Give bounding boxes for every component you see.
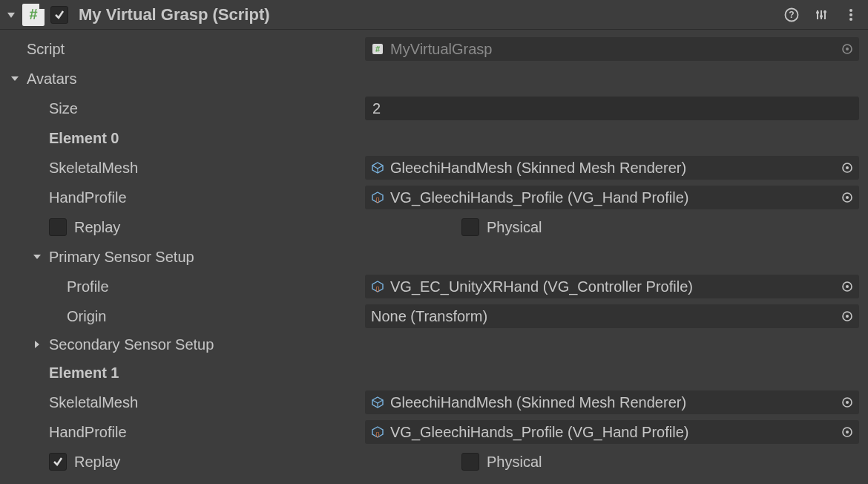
size-label: Size — [49, 100, 78, 117]
primary-origin-value: None (Transform) — [371, 308, 834, 325]
element0-skeletalmesh-row: SkeletalMesh GleechiHandMesh (Skinned Me… — [0, 153, 868, 183]
element1-physical-checkbox[interactable] — [461, 453, 479, 471]
element1-title: Element 1 — [49, 364, 119, 382]
element1-skeletalmesh-field[interactable]: GleechiHandMesh (Skinned Mesh Renderer) — [365, 390, 859, 414]
presets-icon[interactable] — [813, 7, 829, 23]
chevron-down-icon — [9, 73, 21, 85]
component-enabled-checkbox[interactable] — [50, 6, 68, 24]
secondary-sensor-label: Secondary Sensor Setup — [49, 336, 214, 353]
svg-marker-25 — [33, 255, 41, 259]
element0-replay-checkbox[interactable] — [49, 218, 67, 236]
element0-flags-row: Replay Physical — [0, 212, 868, 242]
svg-point-8 — [823, 10, 826, 13]
skeletalmesh-label: SkeletalMesh — [49, 394, 138, 411]
chevron-right-icon — [31, 339, 43, 350]
avatars-size-row: Size — [0, 94, 868, 123]
mesh-icon — [371, 396, 384, 409]
element1-handprofile-field[interactable]: {} VG_GleechiHands_Profile (VG_Hand Prof… — [365, 420, 859, 444]
svg-text:#: # — [375, 45, 380, 53]
component-title: My Virtual Grasp (Script) — [79, 5, 270, 24]
chevron-down-icon — [31, 251, 43, 263]
element1-header: Element 1 — [0, 358, 868, 387]
element0-title: Element 0 — [49, 130, 119, 147]
element1-handprofile-row: HandProfile {} VG_GleechiHands_Profile (… — [0, 417, 868, 447]
mesh-icon — [371, 161, 384, 174]
avatars-size-input[interactable] — [365, 97, 859, 120]
primary-profile-field[interactable]: {} VG_EC_UnityXRHand (VG_Controller Prof… — [365, 275, 859, 298]
element0-physical-checkbox[interactable] — [461, 218, 479, 236]
element0-handprofile-row: HandProfile {} VG_GleechiHands_Profile (… — [0, 183, 868, 212]
secondary-sensor-foldout[interactable]: Secondary Sensor Setup — [0, 331, 868, 358]
svg-point-40 — [846, 431, 849, 434]
help-icon[interactable]: ? — [783, 7, 800, 23]
primary-origin-row: Origin None (Transform) — [0, 301, 868, 331]
object-picker-icon[interactable] — [840, 190, 855, 205]
svg-text:{}: {} — [375, 196, 380, 203]
physical-label: Physical — [487, 454, 542, 471]
csharp-icon: # — [371, 42, 384, 56]
component-foldout-caret[interactable] — [6, 10, 16, 20]
object-picker-icon[interactable] — [840, 279, 855, 294]
element1-replay-checkbox[interactable] — [49, 453, 67, 471]
object-picker-icon[interactable] — [840, 42, 855, 56]
avatars-label: Avatars — [27, 71, 76, 88]
profile-label: Profile — [67, 278, 109, 295]
svg-point-11 — [849, 18, 852, 21]
scriptable-object-icon: {} — [371, 280, 384, 293]
svg-point-10 — [849, 13, 852, 16]
svg-point-31 — [846, 315, 849, 318]
replay-label: Replay — [74, 454, 120, 471]
handprofile-label: HandProfile — [49, 189, 127, 206]
script-label: Script — [27, 41, 65, 58]
element0-handprofile-field[interactable]: {} VG_GleechiHands_Profile (VG_Hand Prof… — [365, 186, 859, 209]
svg-point-36 — [846, 401, 849, 404]
script-row: Script # MyVirtualGrasp — [0, 34, 868, 64]
object-picker-icon[interactable] — [840, 395, 855, 410]
element1-flags-row: Replay Physical — [0, 447, 868, 477]
svg-point-24 — [846, 196, 849, 199]
element1-skeletalmesh-value: GleechiHandMesh (Skinned Mesh Renderer) — [390, 394, 834, 411]
element0-header: Element 0 — [0, 123, 868, 153]
object-picker-icon[interactable] — [840, 309, 855, 324]
primary-sensor-foldout[interactable]: Primary Sensor Setup — [0, 242, 868, 272]
script-value: MyVirtualGrasp — [390, 41, 834, 58]
svg-point-9 — [849, 9, 852, 12]
svg-marker-32 — [35, 341, 39, 348]
svg-marker-0 — [7, 13, 15, 18]
element0-handprofile-value: VG_GleechiHands_Profile (VG_Hand Profile… — [390, 189, 834, 206]
script-object-field: # MyVirtualGrasp — [365, 37, 859, 61]
scriptable-object-icon: {} — [371, 191, 384, 204]
avatars-foldout[interactable]: Avatars — [0, 64, 868, 94]
svg-text:?: ? — [789, 10, 794, 20]
svg-point-29 — [846, 285, 849, 288]
element0-skeletalmesh-value: GleechiHandMesh (Skinned Mesh Renderer) — [390, 160, 834, 177]
primary-origin-field[interactable]: None (Transform) — [365, 304, 859, 328]
svg-marker-16 — [11, 76, 19, 81]
svg-point-20 — [846, 166, 849, 169]
scriptable-object-icon: {} — [371, 425, 384, 439]
script-type-icon: # — [22, 4, 45, 26]
replay-label: Replay — [74, 219, 120, 236]
component-header: # My Virtual Grasp (Script) ? — [0, 0, 868, 30]
object-picker-icon[interactable] — [840, 160, 855, 175]
primary-profile-row: Profile {} VG_EC_UnityXRHand (VG_Control… — [0, 272, 868, 301]
origin-label: Origin — [67, 308, 106, 325]
svg-point-6 — [816, 11, 819, 14]
svg-point-7 — [820, 15, 823, 18]
svg-point-15 — [846, 48, 849, 50]
svg-text:{}: {} — [375, 285, 380, 292]
element0-skeletalmesh-field[interactable]: GleechiHandMesh (Skinned Mesh Renderer) — [365, 156, 859, 180]
primary-profile-value: VG_EC_UnityXRHand (VG_Controller Profile… — [390, 278, 834, 295]
skeletalmesh-label: SkeletalMesh — [49, 160, 138, 177]
object-picker-icon[interactable] — [840, 425, 855, 439]
handprofile-label: HandProfile — [49, 424, 127, 441]
element1-handprofile-value: VG_GleechiHands_Profile (VG_Hand Profile… — [390, 424, 834, 441]
context-menu-icon[interactable] — [843, 7, 859, 23]
svg-text:{}: {} — [375, 431, 380, 437]
physical-label: Physical — [487, 219, 542, 236]
primary-sensor-label: Primary Sensor Setup — [49, 249, 194, 266]
element1-skeletalmesh-row: SkeletalMesh GleechiHandMesh (Skinned Me… — [0, 387, 868, 417]
